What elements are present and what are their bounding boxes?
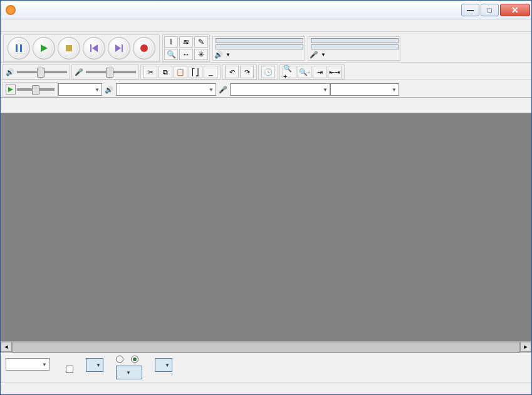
mic-icon: 🎤 — [75, 68, 83, 76]
audio-host-select[interactable] — [58, 83, 102, 96]
play-at-speed-button[interactable] — [6, 85, 16, 95]
zoom-tool[interactable]: 🔍 — [164, 49, 178, 60]
audio-position-time[interactable]: ▼ — [155, 358, 172, 372]
app-window: — □ ✕ I ≋ ✎ 🔍 ↔ ✳ 🔊▼ — [0, 0, 532, 395]
multi-tool[interactable]: ✳ — [194, 49, 208, 60]
skip-end-button[interactable] — [108, 37, 130, 59]
app-icon — [6, 5, 16, 15]
svg-rect-3 — [66, 45, 72, 51]
svg-marker-6 — [115, 44, 121, 52]
tracks-area — [1, 113, 531, 341]
selection-bar: ▼ ▼ ▼ — [1, 352, 531, 382]
stop-button[interactable] — [58, 37, 80, 59]
input-volume: 🎤 — [71, 64, 139, 80]
length-radio[interactable] — [131, 356, 138, 363]
svg-rect-1 — [20, 44, 22, 52]
scroll-thumb[interactable] — [12, 342, 520, 352]
sync-buttons: 🕓 — [258, 64, 278, 80]
zoom-in-button[interactable]: 🔍+ — [283, 66, 296, 78]
output-volume-slider[interactable] — [17, 71, 67, 73]
fit-selection-button[interactable]: ⇥ — [313, 66, 326, 78]
play-button[interactable] — [33, 37, 55, 59]
skip-start-button[interactable] — [83, 37, 105, 59]
fit-project-button[interactable]: ⇤⇥ — [328, 66, 342, 78]
svg-point-8 — [140, 44, 148, 52]
redo-button[interactable]: ↷ — [240, 66, 254, 78]
svg-marker-2 — [41, 44, 48, 52]
zoom-buttons: 🔍+ 🔍- ⇥ ⇤⇥ — [279, 64, 345, 80]
record-meter[interactable]: 🎤▼ — [308, 36, 400, 61]
snap-to-checkbox[interactable] — [66, 366, 73, 373]
meter-dropdown-icon[interactable]: ▼ — [226, 52, 231, 58]
minimize-button[interactable]: — — [461, 4, 479, 16]
zoom-out-button[interactable]: 🔍- — [298, 66, 311, 78]
scroll-left-button[interactable]: ◄ — [1, 342, 12, 352]
scroll-right-button[interactable]: ► — [520, 342, 531, 352]
speaker-icon: 🔊 — [214, 51, 223, 59]
project-rate-select[interactable] — [6, 358, 50, 371]
tools-palette: I ≋ ✎ 🔍 ↔ ✳ — [162, 34, 210, 62]
input-device-select[interactable] — [230, 83, 330, 96]
selection-tool[interactable]: I — [164, 36, 178, 48]
toolbar-transport: I ≋ ✎ 🔍 ↔ ✳ 🔊▼ 🎤▼ — [1, 32, 531, 62]
svg-rect-7 — [122, 44, 123, 52]
transcription-play — [3, 82, 58, 97]
mic-icon: 🎤 — [216, 86, 230, 94]
close-button[interactable]: ✕ — [500, 4, 530, 16]
svg-rect-4 — [90, 44, 91, 52]
trim-button[interactable]: ⎡⎦ — [189, 66, 202, 78]
titlebar: — □ ✕ — [1, 1, 531, 19]
toolbar-device: 🔊 🎤 — [1, 80, 531, 97]
maximize-button[interactable]: □ — [481, 4, 499, 16]
selection-start-time[interactable]: ▼ — [86, 358, 103, 372]
scroll-track[interactable] — [12, 342, 520, 352]
undo-button[interactable]: ↶ — [225, 66, 239, 78]
silence-button[interactable]: ⎯ — [204, 66, 217, 78]
horizontal-scrollbar: ◄ ► — [1, 341, 531, 352]
toolbar-edit: 🔊 🎤 ✂ ⧉ 📋 ⎡⎦ ⎯ ↶ ↷ 🕓 🔍+ 🔍- ⇥ ⇤⇥ — [1, 62, 531, 80]
speaker-icon: 🔊 — [6, 68, 14, 76]
paste-button[interactable]: 📋 — [174, 66, 187, 78]
draw-tool[interactable]: ✎ — [194, 36, 208, 48]
input-volume-slider[interactable] — [86, 71, 136, 73]
edit-buttons: ✂ ⧉ 📋 ⎡⎦ ⎯ — [140, 64, 221, 80]
speaker-icon: 🔊 — [102, 86, 116, 94]
status-bar — [1, 382, 531, 394]
cut-button[interactable]: ✂ — [143, 66, 157, 78]
mic-icon: 🎤 — [310, 51, 318, 59]
meter-dropdown-icon[interactable]: ▼ — [321, 52, 326, 58]
envelope-tool[interactable]: ≋ — [179, 36, 193, 48]
output-device-select[interactable] — [116, 83, 216, 96]
svg-marker-5 — [92, 44, 98, 52]
svg-rect-0 — [16, 44, 18, 52]
timeline-ruler[interactable] — [1, 97, 531, 113]
end-radio[interactable] — [116, 356, 123, 363]
selection-length-time[interactable]: ▼ — [116, 366, 142, 379]
menubar — [1, 19, 531, 32]
copy-button[interactable]: ⧉ — [159, 66, 172, 78]
sync-lock-button[interactable]: 🕓 — [261, 66, 275, 78]
undo-buttons: ↶ ↷ — [222, 64, 257, 80]
svg-marker-9 — [8, 87, 13, 92]
timeshift-tool[interactable]: ↔ — [179, 49, 193, 60]
input-channels-select[interactable] — [330, 83, 399, 96]
output-volume: 🔊 — [3, 64, 70, 80]
transport-controls — [3, 34, 160, 62]
playback-meter[interactable]: 🔊▼ — [212, 36, 305, 61]
record-button[interactable] — [133, 37, 155, 59]
playback-speed-slider[interactable] — [17, 88, 55, 91]
meters: 🔊▼ 🎤▼ — [211, 35, 402, 62]
pause-button[interactable] — [8, 37, 30, 59]
